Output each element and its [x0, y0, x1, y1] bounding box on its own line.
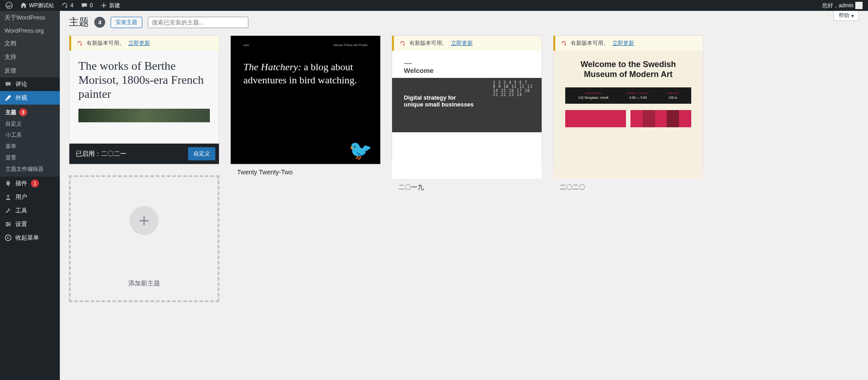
submenu-background[interactable]: 背景 — [0, 152, 60, 164]
user-icon — [5, 193, 12, 201]
comments-count[interactable]: 0 — [78, 0, 96, 11]
refresh-icon — [561, 40, 567, 47]
theme-card-active[interactable]: 有新版本可用。 立即更新 The works of Berthe Morisot… — [69, 35, 219, 164]
plus-icon — [100, 2, 107, 9]
about-wordpress[interactable]: 关于WordPress — [0, 11, 60, 24]
menu-appearance[interactable]: 外观 — [0, 91, 60, 105]
install-theme-button[interactable]: 安装主题 — [111, 17, 142, 28]
plus-icon: + — [130, 206, 159, 235]
menu-users[interactable]: 用户 — [0, 190, 60, 204]
chevron-down-icon: ▾ — [851, 13, 854, 19]
update-link[interactable]: 立即更新 — [451, 39, 473, 47]
feedback-link[interactable]: 反馈 — [0, 64, 60, 77]
themes-update-badge: 3 — [19, 108, 27, 116]
theme-footer: 已启用：二〇二一 自定义 — [69, 144, 219, 164]
update-banner: 有新版本可用。 立即更新 — [69, 36, 219, 51]
theme-name: Twenty Twenty-Two — [231, 164, 380, 180]
site-name: WP测试站 — [29, 2, 54, 10]
update-link[interactable]: 立即更新 — [128, 39, 150, 47]
updates-count[interactable]: 4 — [58, 0, 76, 11]
collapse-icon — [5, 234, 12, 241]
menu-settings[interactable]: 设置 — [0, 217, 60, 231]
submenu-theme-editor[interactable]: 主题文件编辑器 — [0, 164, 60, 175]
submenu-themes[interactable]: 主题3 — [0, 106, 60, 118]
wrench-icon — [5, 207, 12, 214]
svg-point-1 — [7, 195, 10, 197]
svg-point-8 — [5, 235, 11, 241]
theme-preview: The works of Berthe Morisot, 1800s-era F… — [69, 51, 219, 144]
theme-preview: Welcome 1 2 3 4 5 6 78 9 10 11 12 1314 1… — [392, 51, 542, 179]
submenu-menus[interactable]: 菜单 — [0, 141, 60, 152]
theme-name: 二〇一九 — [392, 179, 542, 196]
customize-button[interactable]: 自定义 — [188, 147, 215, 160]
update-msg: 有新版本可用。 — [87, 39, 125, 47]
docs-link[interactable]: 文档 — [0, 37, 60, 50]
update-banner: 有新版本可用。 立即更新 — [392, 36, 542, 51]
collapse-menu[interactable]: 收起菜单 — [0, 231, 60, 245]
refresh-icon — [61, 2, 68, 9]
theme-preview: Welcome to the Swedish Museum of Modern … — [553, 51, 703, 179]
theme-name: 二〇二〇 — [553, 179, 703, 196]
wordpress-org[interactable]: WordPress.org — [0, 24, 60, 37]
refresh-icon — [399, 40, 406, 47]
about-popover: 关于WordPress WordPress.org 文档 支持 反馈 — [0, 11, 60, 77]
submenu-customize[interactable]: 自定义 — [0, 118, 60, 130]
update-msg: 有新版本可用。 — [571, 39, 609, 47]
wp-logo[interactable] — [3, 0, 15, 11]
support-link[interactable]: 支持 — [0, 50, 60, 64]
update-banner: 有新版本可用。 立即更新 — [553, 36, 703, 51]
theme-card[interactable]: 有新版本可用。 立即更新 Welcome 1 2 3 4 5 6 78 9 10… — [392, 35, 542, 164]
menu-tools[interactable]: 工具 — [0, 204, 60, 217]
submenu-widgets[interactable]: 小工具 — [0, 130, 60, 141]
add-theme-card[interactable]: + 添加新主题 — [69, 175, 219, 302]
add-theme-label: 添加新主题 — [128, 279, 160, 288]
svg-point-7 — [7, 225, 8, 226]
search-input[interactable] — [148, 17, 248, 28]
refresh-icon — [77, 40, 83, 47]
svg-point-5 — [6, 222, 8, 223]
svg-point-6 — [9, 223, 10, 225]
avatar — [855, 2, 863, 9]
themes-count: 4 — [94, 17, 105, 28]
update-link[interactable]: 立即更新 — [612, 39, 634, 47]
comment-icon — [5, 81, 12, 88]
page-title: 主题 — [69, 15, 89, 29]
settings-icon — [5, 221, 12, 228]
home-icon — [20, 2, 27, 9]
plugins-badge: 1 — [31, 179, 39, 188]
new-content[interactable]: 新建 — [97, 0, 123, 11]
comment-icon — [81, 2, 88, 9]
update-msg: 有新版本可用。 — [409, 39, 447, 47]
menu-plugins[interactable]: 插件1 — [0, 177, 60, 190]
theme-card[interactable]: 有新版本可用。 立即更新 Welcome to the Swedish Muse… — [553, 35, 703, 164]
brush-icon — [5, 94, 12, 101]
appearance-submenu: 主题3 自定义 小工具 菜单 背景 主题文件编辑器 — [0, 105, 60, 177]
bird-icon: 🐦 — [349, 139, 372, 161]
theme-card[interactable]: ovoAbout Films All Posts The Hatchery: a… — [230, 35, 381, 164]
site-home[interactable]: WP测试站 — [17, 0, 57, 11]
user-greeting[interactable]: 您好，admin — [820, 0, 865, 11]
menu-comments[interactable]: 评论 — [0, 77, 60, 91]
theme-preview: ovoAbout Films All Posts The Hatchery: a… — [231, 36, 380, 164]
help-tab[interactable]: 帮助 ▾ — [834, 11, 859, 21]
plug-icon — [5, 180, 12, 187]
